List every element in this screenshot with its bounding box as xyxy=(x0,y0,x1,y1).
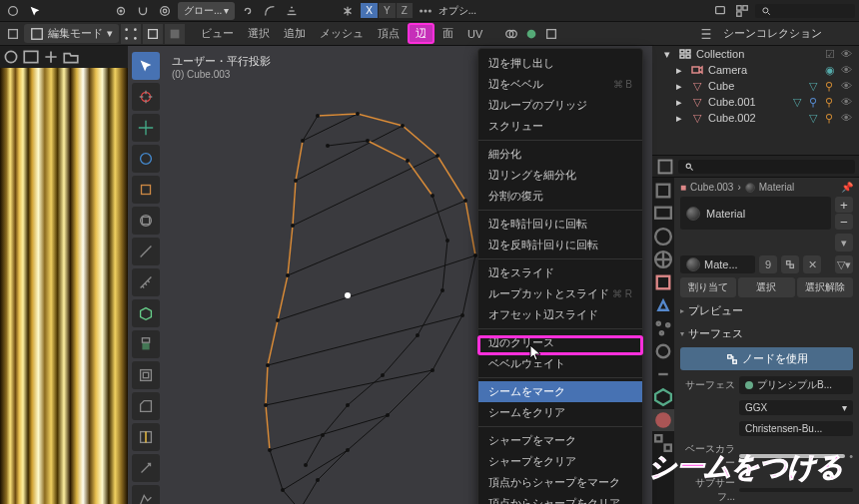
shading-icon[interactable] xyxy=(522,25,540,43)
move-tool[interactable] xyxy=(132,114,160,142)
outliner-editor-icon[interactable] xyxy=(697,25,715,43)
ctx-menu-item[interactable]: ループカットとスライド⌘ R xyxy=(478,283,642,304)
ctx-menu-item[interactable]: シームをマーク xyxy=(478,381,642,402)
unlink-icon[interactable]: ✕ xyxy=(803,255,821,273)
material-slot[interactable]: Material xyxy=(680,197,831,230)
axis-z[interactable]: Z xyxy=(397,3,413,18)
ctx-menu-item[interactable]: 頂点からシャープをクリア xyxy=(478,493,642,504)
mode-select[interactable]: 編集モード▾ xyxy=(24,24,119,43)
falloff-icon[interactable] xyxy=(283,2,301,20)
snap-icon[interactable] xyxy=(134,2,152,20)
mesh-tab-icon[interactable] xyxy=(652,386,674,408)
world-tab-icon[interactable] xyxy=(652,249,674,270)
particle-tab-icon[interactable] xyxy=(652,317,674,339)
material-tab-icon[interactable] xyxy=(652,409,674,431)
preview-panel-header[interactable]: ▸プレビュー xyxy=(680,301,853,320)
knife-tool[interactable] xyxy=(132,454,160,482)
use-nodes-button[interactable]: ノードを使用 xyxy=(680,347,853,370)
face-select-icon[interactable] xyxy=(165,24,185,44)
outliner-cube001[interactable]: ▸ ▽ Cube.001 ▽⚲⚲👁 xyxy=(652,94,859,110)
ctx-menu-item[interactable]: シームをクリア xyxy=(478,402,642,423)
surface-panel-header[interactable]: ▾サーフェス xyxy=(680,324,853,343)
constraint-tab-icon[interactable] xyxy=(652,363,674,385)
browse-icon[interactable]: ▽▾ xyxy=(835,255,853,273)
material-name-field[interactable]: Mate... xyxy=(680,255,755,273)
surface-shader-dropdown[interactable]: プリンシプルB... xyxy=(739,376,853,394)
header-search[interactable] xyxy=(755,4,855,18)
curve-icon[interactable] xyxy=(261,2,279,20)
disclosure-icon[interactable]: ▸ xyxy=(672,63,686,77)
rotate-tool[interactable] xyxy=(132,145,160,173)
options-label[interactable]: オプシ... xyxy=(438,4,476,18)
render-tab-icon[interactable] xyxy=(652,180,674,202)
options-icon[interactable] xyxy=(417,2,434,20)
new-link-icon[interactable] xyxy=(781,255,799,273)
add-material-button[interactable]: + xyxy=(835,197,853,213)
ctx-menu-item[interactable]: 辺を押し出し xyxy=(478,53,642,74)
ctx-menu-item[interactable]: 辺をスライド xyxy=(478,262,642,283)
edge-select-icon[interactable] xyxy=(143,24,163,44)
menu-edge[interactable]: 辺 xyxy=(408,23,434,44)
camera-data-icon[interactable]: ◉ xyxy=(825,64,839,77)
deselect-button[interactable]: 選択解除 xyxy=(797,277,853,297)
ctx-menu-item[interactable]: 辺のクリース xyxy=(478,332,642,353)
menu-face[interactable]: 面 xyxy=(436,23,459,44)
eye-icon[interactable]: 👁 xyxy=(841,96,855,109)
outliner-collection[interactable]: ▾ Collection ☑👁 xyxy=(652,46,859,62)
ctx-menu-item[interactable]: 辺をベベル⌘ B xyxy=(478,74,642,95)
disclosure-icon[interactable]: ▸ xyxy=(672,79,686,93)
xray-icon[interactable] xyxy=(542,25,560,43)
eye-icon[interactable]: 👁 xyxy=(841,64,855,77)
axis-x[interactable]: X xyxy=(361,3,378,18)
overlays-icon[interactable] xyxy=(502,25,520,43)
cursor-tool[interactable] xyxy=(132,83,160,111)
cursor-icon[interactable] xyxy=(26,2,44,20)
ctx-menu-item[interactable]: シャープをマーク xyxy=(478,430,642,451)
breadcrumb-object[interactable]: Cube.003 xyxy=(690,182,733,193)
menu-mesh[interactable]: メッシュ xyxy=(314,23,370,44)
bevel-tool[interactable] xyxy=(132,392,160,420)
new-icon[interactable] xyxy=(42,48,60,66)
extrude-tool[interactable] xyxy=(132,330,160,358)
polybuild-tool[interactable] xyxy=(132,485,160,504)
menu-uv[interactable]: UV xyxy=(461,25,488,43)
proportional-icon[interactable] xyxy=(156,2,174,20)
measure-tool[interactable] xyxy=(132,268,160,296)
filter-icon[interactable] xyxy=(733,2,751,20)
ctx-menu-item[interactable]: オフセット辺スライド xyxy=(478,304,642,325)
chain-icon[interactable] xyxy=(239,2,257,20)
disclosure-icon[interactable]: ▸ xyxy=(672,95,686,109)
props-editor-icon[interactable] xyxy=(656,158,674,176)
ctx-menu-item[interactable]: ベベルウェイト xyxy=(478,353,642,374)
eye-icon[interactable]: 👁 xyxy=(841,80,855,93)
display-icon[interactable] xyxy=(711,2,729,20)
disclosure-icon[interactable]: ▸ xyxy=(672,111,686,125)
inset-tool[interactable] xyxy=(132,361,160,389)
scale-tool[interactable] xyxy=(132,176,160,204)
disclosure-icon[interactable]: ▾ xyxy=(660,47,674,61)
pivot-icon[interactable] xyxy=(112,2,130,20)
physics-tab-icon[interactable] xyxy=(652,340,674,362)
ctx-menu-item[interactable]: シャープをクリア xyxy=(478,451,642,472)
transform-tool[interactable] xyxy=(132,207,160,235)
sss-method-dropdown[interactable]: Christensen-Bu... xyxy=(739,421,853,436)
ctx-menu-item[interactable]: 辺を反時計回りに回転 xyxy=(478,235,642,255)
menu-add[interactable]: 追加 xyxy=(278,23,312,44)
pin-icon[interactable]: 📌 xyxy=(841,182,853,193)
image-icon[interactable] xyxy=(22,48,40,66)
select-tool[interactable] xyxy=(132,52,160,80)
menu-select[interactable]: 選択 xyxy=(242,23,276,44)
ctx-menu-item[interactable]: 辺リングを細分化 xyxy=(478,165,642,186)
vertex-select-icon[interactable] xyxy=(121,24,141,44)
ctx-menu-item[interactable]: 頂点からシャープをマーク xyxy=(478,472,642,493)
remove-material-button[interactable]: − xyxy=(835,214,853,230)
ctx-menu-item[interactable]: 分割の復元 xyxy=(478,186,642,207)
menu-view[interactable]: ビュー xyxy=(195,23,240,44)
users-count[interactable]: 9 xyxy=(759,255,777,273)
axis-y[interactable]: Y xyxy=(379,3,396,18)
ctx-menu-item[interactable]: 辺ループのブリッジ xyxy=(478,95,642,116)
check-icon[interactable]: ☑ xyxy=(825,48,839,61)
ctx-menu-item[interactable]: 辺を時計回りに回転 xyxy=(478,214,642,235)
material-menu-icon[interactable]: ▾ xyxy=(835,234,853,252)
loopcut-tool[interactable] xyxy=(132,423,160,451)
